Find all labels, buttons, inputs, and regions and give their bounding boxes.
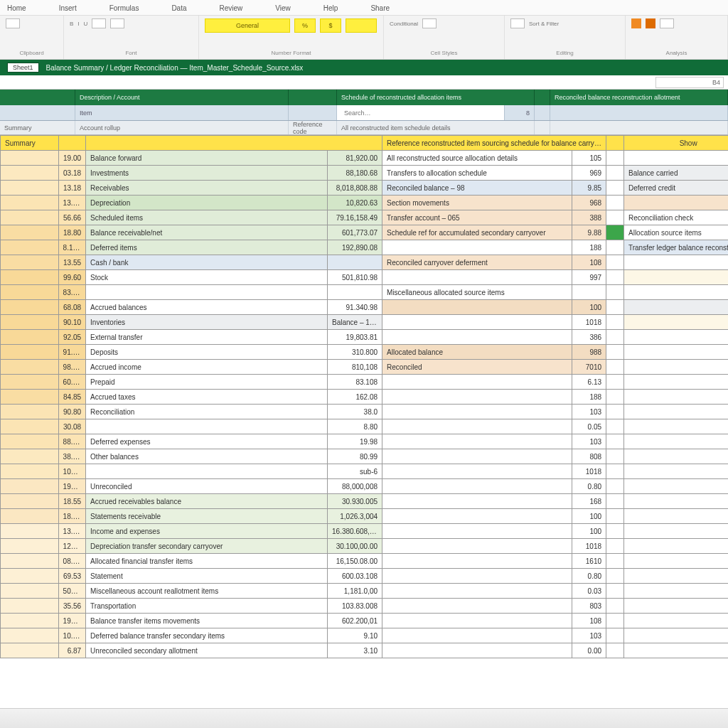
cell[interactable] [623, 270, 728, 285]
cell[interactable]: Balance transfer items movements [86, 614, 328, 628]
cell[interactable]: 3.10 [328, 643, 382, 658]
table-row[interactable]: 98.180Accrued income810,108Reconciled701… [1, 360, 729, 375]
cell[interactable]: Transfer ledger balance reconstruct [623, 240, 728, 255]
cell[interactable]: Depreciation [86, 196, 328, 210]
cell[interactable]: 192,890.08 [328, 240, 382, 255]
cell[interactable]: Reconciliation [86, 405, 328, 419]
cell[interactable] [1, 464, 59, 479]
table-row[interactable]: 56.66Scheduled items79.16,158.49Transfer… [1, 210, 729, 225]
cell[interactable] [623, 494, 728, 509]
cell[interactable]: 9.10 [328, 628, 382, 643]
cell[interactable] [382, 315, 572, 330]
cell[interactable]: 501,810.98 [328, 270, 382, 285]
ribbon-tab[interactable]: Insert [59, 1, 77, 15]
cell[interactable] [382, 405, 572, 419]
cell[interactable] [606, 270, 624, 285]
cell[interactable] [572, 285, 606, 300]
cell[interactable] [1, 181, 59, 196]
cell[interactable]: 68.08 [58, 300, 86, 315]
cell[interactable] [606, 524, 624, 539]
cell[interactable]: 100 [572, 300, 606, 315]
cell[interactable] [1, 315, 59, 330]
column-header[interactable]: Item [75, 105, 289, 120]
cell[interactable] [606, 330, 624, 345]
cell[interactable]: 103.83.008 [328, 599, 382, 614]
cell[interactable]: Section movements [382, 196, 572, 210]
cell[interactable] [623, 285, 728, 300]
cell[interactable] [606, 464, 624, 479]
cell[interactable]: 6.87 [58, 643, 86, 658]
cell[interactable]: 188 [572, 390, 606, 405]
cell[interactable]: Allocated financial transfer items [86, 554, 328, 569]
cell[interactable]: 19.98 [328, 434, 382, 449]
number-format-chip[interactable] [346, 18, 377, 33]
cell[interactable]: Accrued taxes [86, 390, 328, 405]
cell[interactable]: Miscellaneous account reallotment items [86, 584, 328, 599]
cell[interactable] [86, 285, 328, 300]
cell[interactable]: Transportation [86, 599, 328, 614]
cell[interactable]: 88,000,008 [328, 479, 382, 494]
cell[interactable] [606, 405, 624, 419]
cell[interactable] [1, 419, 59, 434]
cell[interactable] [623, 524, 728, 539]
cell[interactable] [382, 494, 572, 509]
cell[interactable]: 1018 [572, 315, 606, 330]
cell[interactable]: 13.140 [58, 524, 86, 539]
editing-button[interactable]: Sort & Filter [529, 21, 559, 27]
cell[interactable] [382, 599, 572, 614]
cell[interactable]: 81,920.00 [328, 151, 382, 166]
cell[interactable]: Stock [86, 270, 328, 285]
cell[interactable] [382, 375, 572, 390]
cell[interactable] [623, 419, 728, 434]
cell[interactable]: 100 [572, 524, 606, 539]
cell[interactable] [1, 643, 59, 658]
cell[interactable]: 168 [572, 494, 606, 509]
cell[interactable]: Balance forward [86, 151, 328, 166]
table-row[interactable]: 03.18Investments88,180.68Transfers to al… [1, 166, 729, 181]
cell[interactable]: 84.85 [58, 390, 86, 405]
cell[interactable] [86, 136, 382, 151]
cell[interactable]: 988 [572, 345, 606, 360]
cell[interactable]: 1018 [572, 464, 606, 479]
cell[interactable]: 191.800 [58, 614, 86, 628]
cell[interactable]: 0.03 [572, 584, 606, 599]
cell[interactable]: Reconciled [382, 360, 572, 375]
cell[interactable]: Accrued receivables balance [86, 494, 328, 509]
cell[interactable]: 88.800 [58, 434, 86, 449]
styles-icon[interactable] [422, 18, 437, 28]
cell[interactable] [606, 628, 624, 643]
cell[interactable] [623, 405, 728, 419]
cell[interactable] [382, 434, 572, 449]
cell[interactable]: Reconciliation check [623, 210, 728, 225]
ribbon-tab[interactable]: Formulas [109, 1, 139, 15]
cell[interactable]: Transfers to allocation schedule [382, 166, 572, 181]
cell[interactable] [1, 255, 59, 270]
cell[interactable] [623, 390, 728, 405]
cell[interactable] [382, 419, 572, 434]
cell[interactable] [623, 599, 728, 614]
ribbon-tab[interactable]: Share [370, 1, 390, 15]
cell[interactable]: 0.80 [572, 569, 606, 584]
cell[interactable] [1, 539, 59, 554]
table-row[interactable]: 90.80Reconciliation38.01033085 [1, 405, 729, 419]
ribbon-tab[interactable]: Home [7, 1, 26, 15]
cell[interactable]: All reconstructed source allocation deta… [382, 151, 572, 166]
cell[interactable]: Schedule ref for accumulated secondary c… [382, 225, 572, 240]
cell[interactable]: Prepaid [86, 375, 328, 390]
cell-reference-box[interactable]: B4 [655, 77, 724, 88]
cell[interactable]: 9.88 [572, 225, 606, 240]
cell[interactable]: 1,181.0,00 [328, 584, 382, 599]
cell[interactable]: 88,180.68 [328, 166, 382, 181]
cell[interactable]: External transfer [86, 330, 328, 345]
cell[interactable] [1, 330, 59, 345]
cell[interactable] [1, 270, 59, 285]
cell[interactable] [623, 345, 728, 360]
cell[interactable] [1, 285, 59, 300]
cell[interactable]: 79.16,158.49 [328, 210, 382, 225]
cell[interactable]: 968 [572, 196, 606, 210]
cell[interactable]: 803 [572, 599, 606, 614]
cell[interactable] [1, 196, 59, 210]
cell[interactable]: 0.80 [572, 479, 606, 494]
cell[interactable] [606, 375, 624, 390]
cell[interactable]: Reference reconstructed item sourcing sc… [382, 136, 606, 151]
